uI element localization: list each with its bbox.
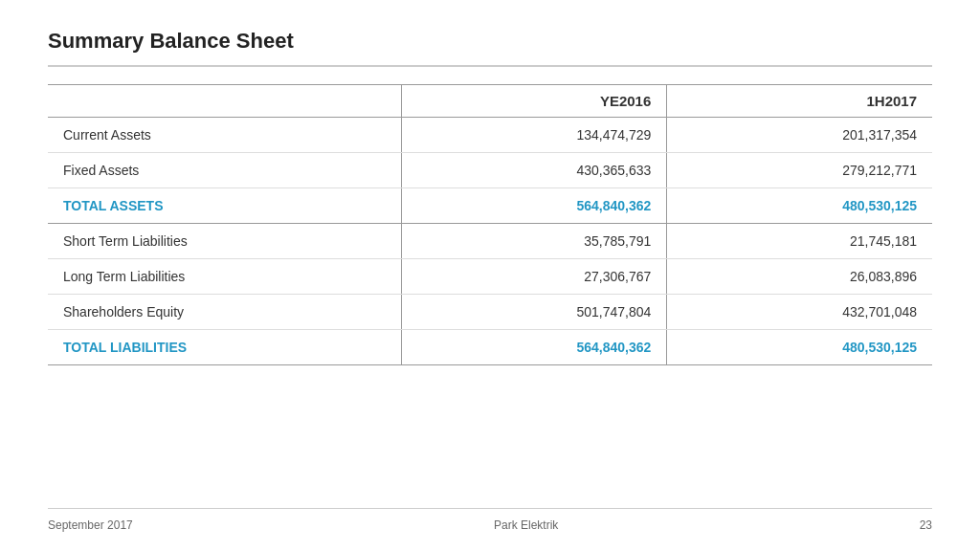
- footer-right: 23: [920, 518, 932, 532]
- row-ye2016: 430,365,633: [402, 153, 667, 188]
- row-label: Long Term Liabilities: [48, 259, 402, 295]
- row-label: TOTAL ASSETS: [48, 188, 402, 224]
- row-ye2016: 27,306,767: [402, 259, 667, 295]
- table-container: YE2016 1H2017 Current Assets134,474,7292…: [48, 84, 932, 508]
- row-1h2017: 26,083,896: [667, 259, 932, 295]
- footer-center: Park Elektrik: [494, 518, 558, 532]
- row-label: TOTAL LIABILITIES: [48, 330, 402, 365]
- header-ye2016: YE2016: [402, 85, 667, 118]
- row-label: Fixed Assets: [48, 153, 402, 188]
- row-1h2017: 480,530,125: [667, 188, 932, 224]
- row-ye2016: 35,785,791: [402, 224, 667, 259]
- page-title: Summary Balance Sheet: [48, 29, 932, 67]
- row-1h2017: 279,212,771: [667, 153, 932, 188]
- row-1h2017: 21,745,181: [667, 224, 932, 259]
- row-ye2016: 134,474,729: [402, 118, 667, 153]
- row-ye2016: 501,747,804: [402, 295, 667, 330]
- table-row: Fixed Assets430,365,633279,212,771: [48, 153, 932, 188]
- footer-left: September 2017: [48, 518, 133, 532]
- row-ye2016: 564,840,362: [402, 330, 667, 365]
- row-label: Current Assets: [48, 118, 402, 153]
- footer: September 2017 Park Elektrik 23: [48, 508, 932, 532]
- table-row: Shareholders Equity501,747,804432,701,04…: [48, 295, 932, 330]
- row-label: Short Term Liabilities: [48, 224, 402, 259]
- table-row: Short Term Liabilities35,785,79121,745,1…: [48, 224, 932, 259]
- header-1h2017: 1H2017: [667, 85, 932, 118]
- header-label: [48, 85, 402, 118]
- table-row: Current Assets134,474,729201,317,354: [48, 118, 932, 153]
- row-ye2016: 564,840,362: [402, 188, 667, 224]
- table-row: TOTAL LIABILITIES564,840,362480,530,125: [48, 330, 932, 365]
- row-1h2017: 432,701,048: [667, 295, 932, 330]
- row-1h2017: 201,317,354: [667, 118, 932, 153]
- table-row: TOTAL ASSETS564,840,362480,530,125: [48, 188, 932, 224]
- slide: Summary Balance Sheet YE2016 1H2017 Curr…: [0, 0, 980, 551]
- row-1h2017: 480,530,125: [667, 330, 932, 365]
- table-row: Long Term Liabilities27,306,76726,083,89…: [48, 259, 932, 295]
- row-label: Shareholders Equity: [48, 295, 402, 330]
- balance-sheet-table: YE2016 1H2017 Current Assets134,474,7292…: [48, 84, 932, 365]
